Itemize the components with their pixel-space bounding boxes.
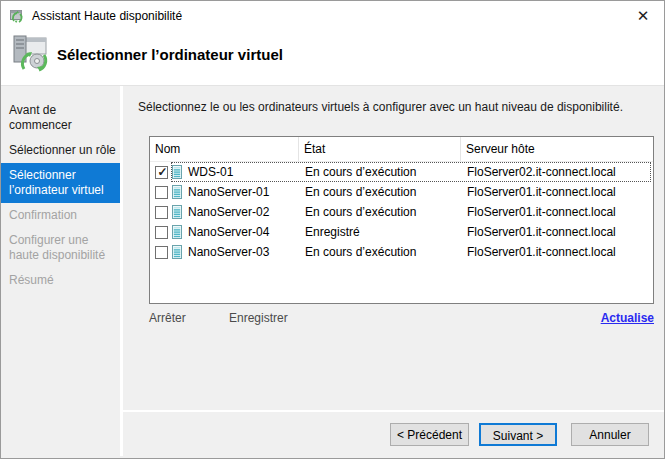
main-panel: Sélectionnez le ou les ordinateurs virtu…: [123, 86, 664, 456]
table-row[interactable]: NanoServer-04 Enregistré FloServer01.it-…: [150, 222, 653, 242]
wizard-body: Avant de commencer Sélectionner un rôle …: [1, 86, 664, 456]
vm-icon: [172, 185, 182, 199]
vm-icon: [172, 205, 182, 219]
window-title: Assistant Haute disponibilité: [32, 9, 630, 23]
vm-state: En cours d’exécution: [299, 205, 461, 219]
wizard-app-icon: [9, 8, 25, 24]
sidebar-item-selectionner-ordinateur-virtuel[interactable]: Sélectionner l’ordinateur virtuel: [1, 163, 120, 203]
refresh-link[interactable]: Actualise: [601, 311, 654, 325]
table-row[interactable]: WDS-01 En cours d’exécution FloServer02.…: [150, 162, 653, 182]
wizard-window: Assistant Haute disponibilité ✕: [0, 0, 665, 459]
vm-state: En cours d’exécution: [299, 165, 461, 179]
row-checkbox[interactable]: [155, 166, 168, 179]
vm-host: FloServer01.it-connect.local: [461, 185, 653, 199]
table-row[interactable]: NanoServer-01 En cours d’exécution FloSe…: [150, 182, 653, 202]
column-header-nom[interactable]: Nom: [150, 137, 299, 161]
vm-host: FloServer01.it-connect.local: [461, 225, 653, 239]
vm-name: WDS-01: [188, 165, 233, 179]
vm-listview: Nom État Serveur hôte WDS-01 En cours d’…: [149, 136, 654, 304]
vm-host: FloServer02.it-connect.local: [461, 165, 653, 179]
row-checkbox[interactable]: [155, 246, 168, 259]
wizard-header: Sélectionner l’ordinateur virtuel: [1, 31, 664, 85]
vm-name: NanoServer-04: [188, 225, 269, 239]
sidebar-item-selectionner-un-role[interactable]: Sélectionner un rôle: [1, 138, 120, 163]
vm-host: FloServer01.it-connect.local: [461, 245, 653, 259]
vm-state: En cours d’exécution: [299, 185, 461, 199]
previous-button[interactable]: < Précédent: [390, 423, 469, 446]
vm-name: NanoServer-01: [188, 185, 269, 199]
listview-header: Nom État Serveur hôte: [150, 137, 653, 162]
table-row[interactable]: NanoServer-02 En cours d’exécution FloSe…: [150, 202, 653, 222]
main-content: Sélectionnez le ou les ordinateurs virtu…: [123, 86, 664, 410]
close-icon[interactable]: ✕: [630, 3, 656, 29]
high-availability-icon: [11, 35, 49, 73]
table-row[interactable]: NanoServer-03 En cours d’exécution FloSe…: [150, 242, 653, 262]
instruction-text: Sélectionnez le ou les ordinateurs virtu…: [138, 100, 652, 114]
top-band: Assistant Haute disponibilité ✕: [1, 1, 664, 86]
column-header-serveur-hote[interactable]: Serveur hôte: [461, 137, 653, 161]
vm-state: Enregistré: [299, 225, 461, 239]
column-header-etat[interactable]: État: [299, 137, 461, 161]
vm-icon: [172, 165, 182, 179]
sidebar-item-configurer-haute-disponibilite: Configurer une haute disponibilité: [1, 228, 120, 268]
row-checkbox[interactable]: [155, 206, 168, 219]
title-bar: Assistant Haute disponibilité ✕: [1, 1, 664, 31]
row-checkbox[interactable]: [155, 186, 168, 199]
stop-vm-action[interactable]: Arrêter: [149, 311, 229, 325]
next-button[interactable]: Suivant >: [479, 423, 557, 446]
vm-icon: [172, 225, 182, 239]
wizard-steps-sidebar: Avant de commencer Sélectionner un rôle …: [1, 86, 120, 456]
vm-icon: [172, 245, 182, 259]
vm-name: NanoServer-03: [188, 245, 269, 259]
sidebar-item-avant-de-commencer[interactable]: Avant de commencer: [1, 98, 120, 138]
button-bar: < Précédent Suivant > Annuler: [123, 410, 664, 456]
save-vm-action[interactable]: Enregistrer: [229, 311, 288, 325]
cancel-button[interactable]: Annuler: [571, 423, 649, 446]
vm-state: En cours d’exécution: [299, 245, 461, 259]
vm-name: NanoServer-02: [188, 205, 269, 219]
row-checkbox[interactable]: [155, 226, 168, 239]
vm-host: FloServer01.it-connect.local: [461, 205, 653, 219]
sidebar-item-resume: Résumé: [1, 268, 120, 293]
page-title: Sélectionner l’ordinateur virtuel: [57, 46, 283, 63]
list-actions: Arrêter Enregistrer Actualise: [149, 311, 654, 325]
sidebar-item-confirmation: Confirmation: [1, 203, 120, 228]
